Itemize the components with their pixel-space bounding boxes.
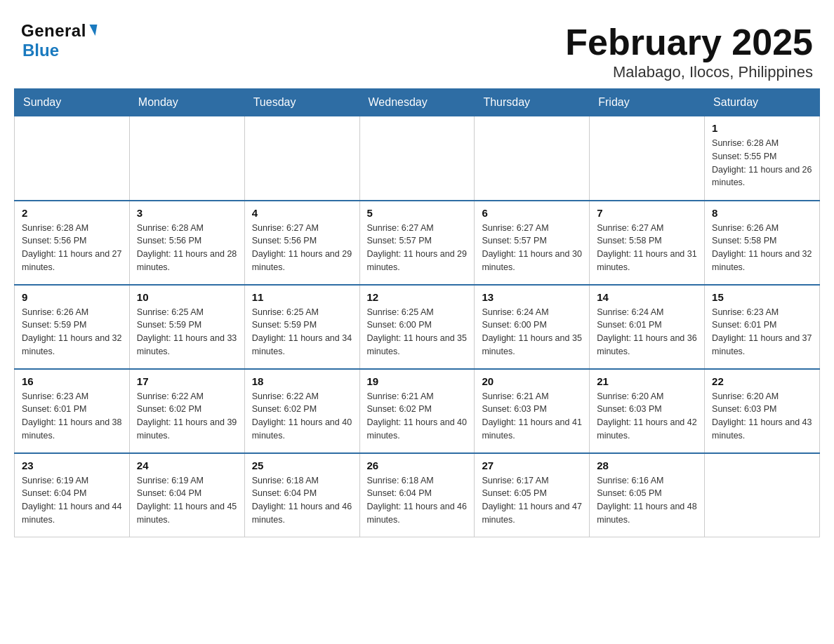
day-info: Sunrise: 6:27 AM Sunset: 5:58 PM Dayligh… [597, 222, 697, 274]
day-number: 16 [22, 375, 122, 387]
cell-week2-day6: 8Sunrise: 6:26 AM Sunset: 5:58 PM Daylig… [705, 201, 820, 285]
day-info: Sunrise: 6:24 AM Sunset: 6:01 PM Dayligh… [597, 306, 697, 358]
day-number: 14 [597, 291, 697, 303]
cell-week5-day5: 28Sunrise: 6:16 AM Sunset: 6:05 PM Dayli… [590, 453, 705, 537]
day-info: Sunrise: 6:21 AM Sunset: 6:02 PM Dayligh… [367, 390, 468, 443]
day-number: 25 [252, 459, 352, 471]
day-number: 11 [252, 291, 352, 303]
cell-week4-day3: 19Sunrise: 6:21 AM Sunset: 6:02 PM Dayli… [359, 369, 475, 453]
cell-week2-day3: 5Sunrise: 6:27 AM Sunset: 5:57 PM Daylig… [359, 201, 475, 285]
cell-week5-day2: 25Sunrise: 6:18 AM Sunset: 6:04 PM Dayli… [244, 453, 359, 537]
day-number: 2 [22, 207, 122, 219]
cell-week2-day1: 3Sunrise: 6:28 AM Sunset: 5:56 PM Daylig… [129, 201, 244, 285]
day-info: Sunrise: 6:25 AM Sunset: 6:00 PM Dayligh… [367, 306, 468, 358]
day-info: Sunrise: 6:27 AM Sunset: 5:56 PM Dayligh… [252, 222, 352, 274]
day-info: Sunrise: 6:27 AM Sunset: 5:57 PM Dayligh… [367, 222, 468, 274]
cell-week3-day4: 13Sunrise: 6:24 AM Sunset: 6:00 PM Dayli… [475, 285, 590, 369]
day-info: Sunrise: 6:18 AM Sunset: 6:04 PM Dayligh… [367, 474, 468, 527]
day-number: 18 [252, 375, 352, 387]
day-number: 24 [137, 459, 237, 471]
calendar-title: February 2025 [565, 21, 813, 63]
cell-week5-day3: 26Sunrise: 6:18 AM Sunset: 6:04 PM Dayli… [359, 453, 475, 537]
day-info: Sunrise: 6:21 AM Sunset: 6:03 PM Dayligh… [482, 390, 582, 443]
day-number: 4 [252, 207, 352, 219]
cell-week3-day2: 11Sunrise: 6:25 AM Sunset: 5:59 PM Dayli… [244, 285, 359, 369]
calendar-subtitle: Malabago, Ilocos, Philippines [565, 63, 813, 81]
day-number: 17 [137, 375, 237, 387]
day-info: Sunrise: 6:22 AM Sunset: 6:02 PM Dayligh… [252, 390, 352, 443]
cell-week2-day0: 2Sunrise: 6:28 AM Sunset: 5:56 PM Daylig… [15, 201, 130, 285]
logo-general-text: General [21, 21, 86, 41]
day-info: Sunrise: 6:28 AM Sunset: 5:55 PM Dayligh… [712, 137, 812, 189]
day-info: Sunrise: 6:24 AM Sunset: 6:00 PM Dayligh… [482, 306, 582, 358]
title-block: February 2025 Malabago, Ilocos, Philippi… [565, 21, 813, 81]
day-number: 19 [367, 375, 468, 387]
day-info: Sunrise: 6:17 AM Sunset: 6:05 PM Dayligh… [482, 474, 582, 527]
day-info: Sunrise: 6:22 AM Sunset: 6:02 PM Dayligh… [137, 390, 237, 443]
day-info: Sunrise: 6:26 AM Sunset: 5:59 PM Dayligh… [22, 306, 122, 358]
header-tuesday: Tuesday [244, 89, 359, 116]
day-info: Sunrise: 6:19 AM Sunset: 6:04 PM Dayligh… [22, 474, 122, 527]
cell-week5-day0: 23Sunrise: 6:19 AM Sunset: 6:04 PM Dayli… [15, 453, 130, 537]
cell-week2-day5: 7Sunrise: 6:27 AM Sunset: 5:58 PM Daylig… [590, 201, 705, 285]
cell-week1-day6: 1Sunrise: 6:28 AM Sunset: 5:55 PM Daylig… [705, 116, 820, 201]
cell-week5-day1: 24Sunrise: 6:19 AM Sunset: 6:04 PM Dayli… [129, 453, 244, 537]
day-info: Sunrise: 6:20 AM Sunset: 6:03 PM Dayligh… [712, 390, 812, 443]
day-info: Sunrise: 6:27 AM Sunset: 5:57 PM Dayligh… [482, 222, 582, 274]
day-number: 5 [367, 207, 468, 219]
cell-week3-day6: 15Sunrise: 6:23 AM Sunset: 6:01 PM Dayli… [705, 285, 820, 369]
header-saturday: Saturday [705, 89, 820, 116]
calendar-table: Sunday Monday Tuesday Wednesday Thursday… [14, 88, 820, 537]
page-header: General Blue February 2025 Malabago, Ilo… [14, 14, 820, 81]
day-info: Sunrise: 6:16 AM Sunset: 6:05 PM Dayligh… [597, 474, 697, 527]
cell-week2-day4: 6Sunrise: 6:27 AM Sunset: 5:57 PM Daylig… [475, 201, 590, 285]
week-row-1: 1Sunrise: 6:28 AM Sunset: 5:55 PM Daylig… [15, 116, 820, 201]
cell-week1-day5 [590, 116, 705, 201]
day-number: 28 [597, 459, 697, 471]
day-number: 23 [22, 459, 122, 471]
day-number: 21 [597, 375, 697, 387]
logo-blue-text: Blue [22, 41, 59, 60]
day-info: Sunrise: 6:25 AM Sunset: 5:59 PM Dayligh… [137, 306, 237, 358]
cell-week1-day1 [129, 116, 244, 201]
week-row-3: 9Sunrise: 6:26 AM Sunset: 5:59 PM Daylig… [15, 285, 820, 369]
day-number: 10 [137, 291, 237, 303]
cell-week4-day6: 22Sunrise: 6:20 AM Sunset: 6:03 PM Dayli… [705, 369, 820, 453]
day-info: Sunrise: 6:23 AM Sunset: 6:01 PM Dayligh… [712, 306, 812, 358]
logo-triangle-icon [87, 25, 97, 36]
day-info: Sunrise: 6:25 AM Sunset: 5:59 PM Dayligh… [252, 306, 352, 358]
day-number: 1 [712, 122, 812, 134]
day-number: 22 [712, 375, 812, 387]
cell-week3-day1: 10Sunrise: 6:25 AM Sunset: 5:59 PM Dayli… [129, 285, 244, 369]
day-info: Sunrise: 6:28 AM Sunset: 5:56 PM Dayligh… [137, 222, 237, 274]
day-number: 7 [597, 207, 697, 219]
day-info: Sunrise: 6:20 AM Sunset: 6:03 PM Dayligh… [597, 390, 697, 443]
day-number: 12 [367, 291, 468, 303]
day-info: Sunrise: 6:19 AM Sunset: 6:04 PM Dayligh… [137, 474, 237, 527]
header-monday: Monday [129, 89, 244, 116]
cell-week1-day4 [475, 116, 590, 201]
day-info: Sunrise: 6:28 AM Sunset: 5:56 PM Dayligh… [22, 222, 122, 274]
day-number: 13 [482, 291, 582, 303]
day-number: 6 [482, 207, 582, 219]
days-header-row: Sunday Monday Tuesday Wednesday Thursday… [15, 89, 820, 116]
cell-week5-day6 [705, 453, 820, 537]
day-number: 20 [482, 375, 582, 387]
day-number: 8 [712, 207, 812, 219]
cell-week4-day5: 21Sunrise: 6:20 AM Sunset: 6:03 PM Dayli… [590, 369, 705, 453]
cell-week5-day4: 27Sunrise: 6:17 AM Sunset: 6:05 PM Dayli… [475, 453, 590, 537]
week-row-5: 23Sunrise: 6:19 AM Sunset: 6:04 PM Dayli… [15, 453, 820, 537]
day-number: 26 [367, 459, 468, 471]
cell-week4-day2: 18Sunrise: 6:22 AM Sunset: 6:02 PM Dayli… [244, 369, 359, 453]
cell-week4-day0: 16Sunrise: 6:23 AM Sunset: 6:01 PM Dayli… [15, 369, 130, 453]
day-number: 9 [22, 291, 122, 303]
cell-week4-day4: 20Sunrise: 6:21 AM Sunset: 6:03 PM Dayli… [475, 369, 590, 453]
cell-week3-day3: 12Sunrise: 6:25 AM Sunset: 6:00 PM Dayli… [359, 285, 475, 369]
cell-week1-day0 [15, 116, 130, 201]
day-info: Sunrise: 6:23 AM Sunset: 6:01 PM Dayligh… [22, 390, 122, 443]
day-number: 27 [482, 459, 582, 471]
week-row-4: 16Sunrise: 6:23 AM Sunset: 6:01 PM Dayli… [15, 369, 820, 453]
cell-week3-day0: 9Sunrise: 6:26 AM Sunset: 5:59 PM Daylig… [15, 285, 130, 369]
cell-week3-day5: 14Sunrise: 6:24 AM Sunset: 6:01 PM Dayli… [590, 285, 705, 369]
cell-week4-day1: 17Sunrise: 6:22 AM Sunset: 6:02 PM Dayli… [129, 369, 244, 453]
